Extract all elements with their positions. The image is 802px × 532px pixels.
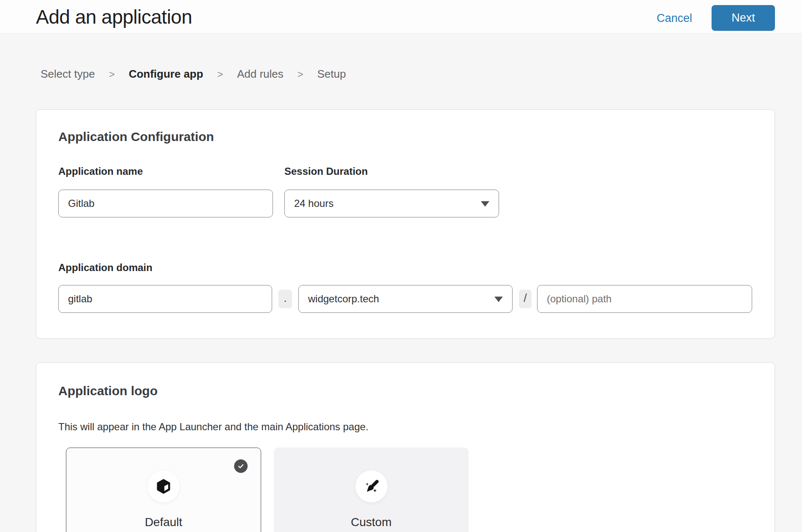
logo-option-custom-label: Custom	[274, 516, 468, 529]
breadcrumb-step-configure-app[interactable]: Configure app	[129, 68, 203, 81]
path-input[interactable]	[537, 285, 752, 313]
application-name-label: Application name	[58, 166, 143, 177]
application-name-input[interactable]	[58, 190, 273, 217]
next-button[interactable]: Next	[712, 5, 775, 31]
chevron-right-separator: >	[217, 68, 223, 80]
page-header: Add an application Cancel Next	[0, 0, 802, 34]
application-logo-description: This will appear in the App Launcher and…	[58, 421, 368, 433]
chevron-right-separator: >	[109, 68, 115, 80]
chevron-right-separator: >	[297, 68, 303, 80]
subdomain-input[interactable]	[58, 285, 272, 313]
domain-select-value: widgetcorp.tech	[308, 293, 379, 305]
selected-badge	[234, 459, 248, 473]
chevron-down-icon	[494, 297, 503, 302]
breadcrumb: Select type > Configure app > Add rules …	[41, 68, 346, 81]
application-logo-heading: Application logo	[58, 384, 158, 398]
custom-logo-circle	[355, 470, 387, 502]
application-logo-card: Application logo This will appear in the…	[36, 362, 775, 532]
session-duration-value: 24 hours	[294, 198, 333, 209]
cancel-button[interactable]: Cancel	[657, 12, 692, 25]
application-configuration-heading: Application Configuration	[58, 130, 214, 144]
breadcrumb-step-select-type[interactable]: Select type	[41, 68, 95, 81]
application-domain-label: Application domain	[58, 262, 153, 274]
paintbrush-icon	[363, 478, 380, 495]
cube-icon	[155, 478, 172, 494]
breadcrumb-step-setup[interactable]: Setup	[317, 68, 346, 81]
dot-separator: .	[278, 290, 292, 308]
application-configuration-card: Application Configuration Application na…	[36, 109, 775, 339]
default-logo-circle	[147, 470, 180, 502]
chevron-down-icon	[481, 201, 489, 207]
page-title: Add an application	[36, 5, 192, 28]
logo-option-default[interactable]: Default	[66, 448, 261, 532]
logo-option-custom[interactable]: Custom	[274, 448, 469, 532]
session-duration-label: Session Duration	[284, 166, 368, 177]
check-icon	[237, 462, 245, 470]
breadcrumb-step-add-rules[interactable]: Add rules	[237, 68, 284, 81]
domain-select[interactable]: widgetcorp.tech	[298, 285, 513, 313]
session-duration-select[interactable]: 24 hours	[284, 190, 499, 217]
slash-separator: /	[519, 290, 532, 308]
logo-option-default-label: Default	[66, 516, 261, 529]
